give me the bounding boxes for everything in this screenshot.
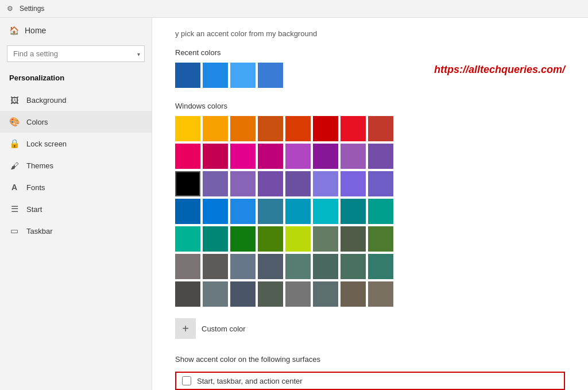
sidebar-label-taskbar: Taskbar: [26, 227, 53, 235]
settings-icon: ⚙: [7, 5, 15, 13]
taskbar-checkbox[interactable]: [182, 376, 191, 385]
wc-43[interactable]: [230, 254, 256, 279]
wc-18[interactable]: [203, 171, 228, 196]
title-bar-label: Settings: [20, 5, 44, 13]
recent-color-3[interactable]: [230, 63, 256, 88]
wc-6[interactable]: [313, 116, 338, 141]
sidebar-item-colors[interactable]: 🎨 Colors: [0, 111, 152, 133]
wc-19[interactable]: [230, 171, 256, 196]
recent-color-2[interactable]: [203, 63, 228, 88]
wc-13[interactable]: [285, 144, 311, 169]
wc-3[interactable]: [230, 116, 256, 141]
wc-47[interactable]: [341, 254, 366, 279]
search-box-container: ▾: [7, 45, 145, 62]
wc-38[interactable]: [313, 226, 338, 252]
wc-1[interactable]: [175, 116, 200, 141]
sidebar-item-themes[interactable]: 🖌 Themes: [0, 155, 152, 176]
wc-34[interactable]: [203, 226, 228, 252]
wc-37[interactable]: [285, 226, 311, 252]
wc-8[interactable]: [368, 116, 393, 141]
wc-16[interactable]: [368, 144, 393, 169]
wc-21[interactable]: [285, 171, 311, 196]
home-icon: 🏠: [9, 26, 19, 35]
wc-27[interactable]: [230, 199, 256, 224]
watermark: https://alltechqueries.com/: [434, 64, 565, 76]
sidebar: 🏠 Home ▾ Personalization 🖼 Background 🎨 …: [0, 18, 152, 390]
search-arrow-icon: ▾: [137, 51, 140, 57]
wc-9[interactable]: [175, 144, 200, 169]
top-text: y pick an accent color from my backgroun…: [175, 29, 565, 38]
wc-14[interactable]: [313, 144, 338, 169]
wc-25[interactable]: [175, 199, 200, 224]
lock-icon: 🔒: [9, 138, 20, 149]
wc-32[interactable]: [368, 199, 393, 224]
wc-28[interactable]: [258, 199, 283, 224]
wc-5[interactable]: [285, 116, 311, 141]
background-icon: 🖼: [9, 95, 20, 105]
wc-31[interactable]: [341, 199, 366, 224]
wc-35[interactable]: [230, 226, 256, 252]
windows-colors-grid: [175, 116, 565, 307]
wc-40[interactable]: [368, 226, 393, 252]
accent-section-title: Show accent color on the following surfa…: [175, 355, 565, 364]
wc-10[interactable]: [203, 144, 228, 169]
sidebar-section-title: Personalization: [0, 69, 152, 89]
sidebar-home[interactable]: 🏠 Home: [0, 18, 152, 43]
wc-46[interactable]: [313, 254, 338, 279]
wc-48[interactable]: [368, 254, 393, 279]
windows-colors-label: Windows colors: [175, 102, 565, 110]
home-label: Home: [25, 26, 46, 35]
app-container: 🏠 Home ▾ Personalization 🖼 Background 🎨 …: [0, 18, 588, 390]
wc-22[interactable]: [313, 171, 338, 196]
wc-44[interactable]: [258, 254, 283, 279]
taskbar-icon: ▭: [9, 226, 20, 236]
wc-29[interactable]: [285, 199, 311, 224]
sidebar-item-fonts[interactable]: A Fonts: [0, 176, 152, 198]
wc-33[interactable]: [175, 226, 200, 252]
wc-42[interactable]: [203, 254, 228, 279]
sidebar-item-background[interactable]: 🖼 Background: [0, 89, 152, 111]
wc-52[interactable]: [258, 281, 283, 307]
wc-53[interactable]: [285, 281, 311, 307]
wc-54[interactable]: [313, 281, 338, 307]
wc-56[interactable]: [368, 281, 393, 307]
plus-button[interactable]: +: [175, 318, 196, 339]
sidebar-label-start: Start: [26, 205, 42, 214]
wc-23[interactable]: [341, 171, 366, 196]
wc-30[interactable]: [313, 199, 338, 224]
sidebar-item-taskbar[interactable]: ▭ Taskbar: [0, 220, 152, 242]
search-input[interactable]: [7, 45, 145, 62]
wc-50[interactable]: [203, 281, 228, 307]
sidebar-item-lockscreen[interactable]: 🔒 Lock screen: [0, 133, 152, 155]
wc-4[interactable]: [258, 116, 283, 141]
recent-color-4[interactable]: [258, 63, 283, 88]
title-bar: ⚙ Settings: [0, 0, 588, 18]
wc-55[interactable]: [341, 281, 366, 307]
wc-15[interactable]: [341, 144, 366, 169]
colors-icon: 🎨: [9, 117, 20, 127]
wc-39[interactable]: [341, 226, 366, 252]
wc-12[interactable]: [258, 144, 283, 169]
main-content: https://alltechqueries.com/ y pick an ac…: [152, 18, 588, 390]
sidebar-label-lockscreen: Lock screen: [26, 140, 67, 148]
wc-45[interactable]: [285, 254, 311, 279]
custom-color-label: Custom color: [202, 325, 246, 333]
wc-2[interactable]: [203, 116, 228, 141]
wc-26[interactable]: [203, 199, 228, 224]
wc-49[interactable]: [175, 281, 200, 307]
themes-icon: 🖌: [9, 160, 20, 171]
checkbox-row-taskbar: Start, taskbar, and action center: [175, 372, 565, 390]
sidebar-item-start[interactable]: ☰ Start: [0, 198, 152, 220]
wc-36[interactable]: [258, 226, 283, 252]
wc-11[interactable]: [230, 144, 256, 169]
wc-20[interactable]: [258, 171, 283, 196]
wc-41[interactable]: [175, 254, 200, 279]
start-icon: ☰: [9, 204, 20, 214]
recent-color-1[interactable]: [175, 63, 200, 88]
wc-24[interactable]: [368, 171, 393, 196]
wc-51[interactable]: [230, 281, 256, 307]
wc-17-selected[interactable]: [175, 171, 200, 196]
sidebar-label-background: Background: [26, 96, 66, 105]
wc-7[interactable]: [341, 116, 366, 141]
custom-color-button[interactable]: + Custom color: [175, 318, 565, 339]
